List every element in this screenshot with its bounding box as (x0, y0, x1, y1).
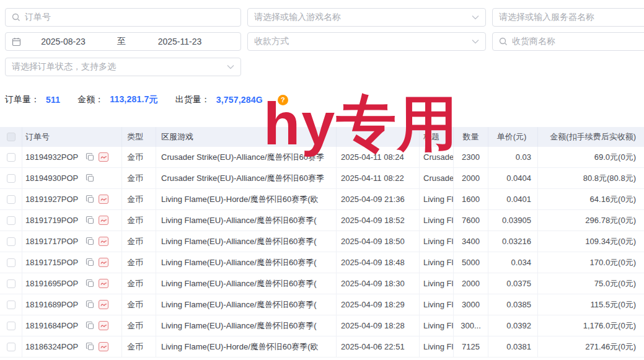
copy-icon[interactable] (86, 258, 95, 267)
col-header-amount: 金额(扣手续费后实收额) (538, 127, 644, 147)
amount-cell: 170.0元(0元) (538, 252, 644, 273)
title-cell: Living Fl (420, 294, 454, 315)
time-cell: 2025-04-09 18:52 (337, 210, 420, 230)
select-all-checkbox[interactable] (7, 133, 15, 141)
help-icon[interactable]: ? (278, 95, 288, 105)
type-cell: 金币 (122, 210, 156, 230)
row-checkbox[interactable] (7, 279, 15, 288)
time-cell: 2025-04-09 18:30 (337, 273, 420, 294)
chevron-down-icon (472, 39, 479, 44)
receiver-input[interactable]: 收货商名称 (492, 32, 644, 51)
time-cell: 2025-04-09 18:29 (337, 294, 420, 315)
time-cell: 2025-04-09 18:28 (337, 315, 420, 336)
order-count-value: 511 (46, 95, 60, 105)
price-cell: 0.0404 (488, 168, 538, 188)
order-status-select[interactable]: 请选择订单状态，支持多选 (5, 58, 241, 76)
date-start-value[interactable]: 2025-08-23 (24, 37, 103, 46)
title-cell: Living Fl (420, 210, 454, 230)
qty-cell: 1600 (454, 189, 488, 209)
game-select[interactable]: 请选择或输入游戏名称 (247, 8, 486, 27)
order-no-text: 18194930POP (25, 173, 78, 183)
copy-icon[interactable] (86, 342, 95, 351)
row-checkbox[interactable] (7, 216, 15, 225)
copy-icon[interactable] (86, 300, 95, 309)
qty-cell: 3000 (454, 294, 488, 315)
price-cell: 0.0392 (488, 315, 538, 336)
order-no-input[interactable]: 订单号 (5, 8, 241, 27)
table-header-row: 订单号 类型 区服游戏 标题 数量 单价(元) 金额(扣手续费后实收额) (0, 127, 644, 147)
row-checkbox[interactable] (7, 322, 15, 330)
image-icon[interactable] (99, 195, 108, 204)
copy-icon[interactable] (86, 237, 95, 246)
table-row: 18191695POP 金币 Living Flame(EU)-Alliance… (0, 273, 644, 294)
time-cell: 2025-04-09 18:48 (337, 252, 420, 273)
col-header-title: 标题 (420, 127, 454, 147)
amount-cell: 80.8元(80.8元) (538, 168, 644, 188)
row-checkbox-cell (0, 189, 22, 209)
orders-table: 订单号 类型 区服游戏 标题 数量 单价(元) 金额(扣手续费后实收额) 181… (0, 127, 644, 358)
table-row: 18191719POP 金币 Living Flame(EU)-Alliance… (0, 210, 644, 231)
copy-icon[interactable] (86, 195, 95, 204)
date-end-value[interactable]: 2025-11-23 (140, 37, 219, 46)
price-cell: 0.0381 (488, 336, 538, 357)
copy-icon[interactable] (86, 152, 95, 162)
game-cell: Living Flame(EU)-Alliance/魔兽怀旧60赛季( (156, 252, 337, 273)
image-icon[interactable] (99, 300, 108, 309)
row-checkbox[interactable] (7, 258, 15, 267)
col-header-price: 单价(元) (488, 127, 538, 147)
row-checkbox[interactable] (7, 195, 15, 204)
price-cell: 0.03905 (488, 210, 538, 230)
payment-method-placeholder: 收款方式 (254, 36, 467, 47)
row-checkbox[interactable] (7, 301, 15, 309)
image-icon[interactable] (99, 216, 108, 225)
copy-icon[interactable] (86, 173, 95, 183)
order-no-cell: 18191715POP (22, 252, 122, 273)
shipment-label: 出货量： (175, 94, 210, 105)
server-input[interactable]: 请选择或输入服务器名称 (492, 8, 644, 27)
copy-icon[interactable] (86, 279, 95, 288)
table-row: 18191715POP 金币 Living Flame(EU)-Alliance… (0, 252, 644, 273)
qty-cell: 2000 (454, 273, 488, 294)
shipment-value: 3,757,284G (216, 95, 263, 105)
row-checkbox[interactable] (7, 343, 15, 351)
row-checkbox-cell (0, 210, 22, 230)
order-no-placeholder: 订单号 (25, 12, 234, 23)
row-checkbox[interactable] (7, 174, 15, 183)
image-icon[interactable] (99, 152, 108, 162)
order-no-text: 18191689POP (25, 300, 78, 309)
image-icon[interactable] (99, 279, 108, 288)
image-icon[interactable] (99, 237, 108, 246)
row-checkbox[interactable] (7, 153, 15, 162)
table-row: 18191684POP 金币 Living Flame(EU)-Alliance… (0, 315, 644, 336)
col-header-game: 区服游戏 (156, 127, 337, 147)
image-icon[interactable] (99, 321, 108, 330)
price-cell: 0.0375 (488, 273, 538, 294)
qty-cell: 2000 (454, 168, 488, 188)
order-no-cell: 18186324POP (22, 336, 122, 357)
row-checkbox[interactable] (7, 237, 15, 246)
receiver-placeholder: 收货商名称 (512, 36, 644, 47)
col-header-time (337, 127, 420, 147)
order-management-page: { "filters": { "order_no_placeholder": "… (0, 0, 644, 360)
table-row: 18186324POP 金币 Living Flame(EU)-Horde/魔兽… (0, 336, 644, 358)
price-cell: 0.0401 (488, 189, 538, 209)
date-range-picker[interactable]: 2025-08-23 至 2025-11-23 (5, 32, 241, 51)
search-icon (499, 37, 508, 46)
server-placeholder: 请选择或输入服务器名称 (499, 12, 644, 23)
copy-icon[interactable] (86, 321, 95, 330)
game-cell: Crusader Strike(EU)-Alliance/魔兽怀旧60赛季 (156, 147, 337, 167)
payment-method-select[interactable]: 收款方式 (247, 32, 486, 51)
time-cell: 2025-04-11 08:22 (337, 168, 420, 188)
copy-icon[interactable] (86, 216, 95, 225)
amount-cell: 75.0元(0元) (538, 273, 644, 294)
game-cell: Living Flame(EU)-Alliance/魔兽怀旧60赛季( (156, 273, 337, 294)
image-icon[interactable] (99, 342, 108, 351)
image-icon[interactable] (99, 258, 108, 267)
title-cell: Living Fl (420, 315, 454, 336)
order-no-text: 18194932POP (25, 152, 78, 162)
amount-cell: 1,176.0元(0元) (538, 315, 644, 336)
type-cell: 金币 (122, 252, 156, 273)
type-cell: 金币 (122, 294, 156, 315)
game-cell: Living Flame(EU)-Alliance/魔兽怀旧60赛季( (156, 231, 337, 252)
row-checkbox-cell (0, 252, 22, 273)
